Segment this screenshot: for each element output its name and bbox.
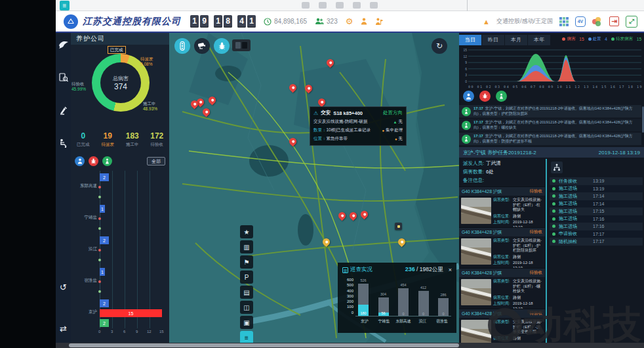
bird-logo-icon[interactable] <box>58 39 69 50</box>
defect-photo[interactable] <box>461 198 491 224</box>
status-badge: 待验收 <box>530 270 543 276</box>
timeline-item[interactable]: 任务接收13:19 <box>550 177 643 185</box>
timeline-item[interactable]: 申请验收17:17 <box>550 230 643 238</box>
filter-defect-button[interactable] <box>89 156 98 166</box>
bar-blue[interactable]: 2 <box>100 299 109 307</box>
timeline-item[interactable]: 随机抽检17:17 <box>550 238 643 246</box>
person-icon[interactable] <box>361 18 367 25</box>
right-panel: 当日 昨日 本月 本年 病害 15 处置 4 待发病害 15 <box>459 33 644 343</box>
timeline-item[interactable]: 施工进场17:16 <box>550 215 643 223</box>
defect-card[interactable]: G40 K384+428 沪陕待验收 病害类型:交安及沿线设施-护栏（E杆）-护… <box>459 227 545 268</box>
warning-icon: ▲ <box>483 18 490 26</box>
patrol-search-icon[interactable] <box>58 72 69 83</box>
history-playback-button[interactable]: ↻ <box>432 38 447 54</box>
camera-marker[interactable] <box>395 223 402 230</box>
timeline-item[interactable]: 施工进场17:14 <box>550 200 643 208</box>
flow-tree-icon[interactable] <box>551 162 563 173</box>
maintenance-hand-icon[interactable] <box>58 105 69 116</box>
bar-category-label: 东部高速 <box>71 183 97 189</box>
palette-icon[interactable] <box>592 17 603 26</box>
person-flag-icon[interactable] <box>375 18 383 26</box>
4v-badge-icon[interactable]: 4V <box>575 16 586 27</box>
bug-defect-button[interactable] <box>214 38 230 54</box>
filter-person-button[interactable] <box>75 156 85 166</box>
map-menu-button[interactable]: ≡ <box>240 331 253 343</box>
popup-bar[interactable]: 454 0 <box>395 278 411 316</box>
tab-yesterday[interactable]: 昨日 <box>482 35 504 45</box>
triangle-icon: ▲ <box>393 120 397 124</box>
bottom-scrollbar-thumb[interactable] <box>69 343 459 347</box>
clock-dot-icon: ● <box>382 129 384 133</box>
svg-text:12: 12 <box>463 54 467 58</box>
filter-worker-button[interactable] <box>102 156 112 166</box>
gear-icon[interactable]: ⚙ <box>346 16 353 26</box>
cctv-camera-button[interactable] <box>194 38 210 54</box>
popup-bar[interactable]: 286 0 <box>435 278 451 316</box>
timeline-item[interactable]: 施工进场13:19 <box>550 185 643 193</box>
timeline-item[interactable]: 施工进场17:15 <box>550 207 643 215</box>
popup-title: 巡查实况 <box>350 266 372 274</box>
bar-blue[interactable]: 1 <box>100 268 105 276</box>
apps-grid-icon[interactable] <box>559 17 569 26</box>
grid-tool-icon[interactable]: ▣ <box>240 316 253 329</box>
defect-photo[interactable] <box>461 279 491 305</box>
map-layer-toggle[interactable] <box>232 39 251 51</box>
tab-month[interactable]: 本月 <box>505 35 527 45</box>
popup-total-km: 1982公里 <box>420 266 443 272</box>
defect-card[interactable]: G40 K384+428 沪陕待验收 病害类型:交安及沿线设施-护栏（E杆）-波… <box>459 309 545 343</box>
popup-bar[interactable]: 304 56 <box>376 278 392 316</box>
parking-tool-icon[interactable]: P <box>240 271 253 284</box>
defect-card-list: G40 K384+428 沪陕待验收 病害类型:交安及沿线设施-护栏（E杆）-柱… <box>459 186 545 343</box>
bar-red-zero-dot <box>98 217 101 220</box>
barchart-tool-icon[interactable]: ▥ <box>240 240 253 253</box>
timeline-item[interactable]: 施工进场17:16 <box>550 223 643 230</box>
defect-photo[interactable] <box>461 238 491 265</box>
worker-filter-button[interactable] <box>496 91 507 102</box>
patrol-bar-chart: 600500400 300200100 0 526 180 304 56 <box>342 277 452 328</box>
undo-icon[interactable]: ↺ <box>60 282 67 292</box>
bar-green-zero-dot <box>98 290 101 293</box>
swap-icon[interactable]: ⇄ <box>60 324 67 334</box>
map-canvas[interactable]: ↻ ★ ▥ ⚑ P ▤ ◫ ▣ ≡ <box>169 33 459 343</box>
company-bar-chart: 东部高速 2 宁靖盐 1 沿江 2 宿淮 <box>71 171 169 335</box>
all-filter-button[interactable]: 全部 <box>147 157 165 165</box>
svg-text:3: 3 <box>465 73 467 77</box>
person-filter-button[interactable] <box>463 91 474 102</box>
left-panel: 养护公司 总病害 374 已完成 待派发5.08% 施工中48.93% 待验收4… <box>71 33 169 343</box>
tab-today[interactable]: 当日 <box>459 35 481 45</box>
service-tool-icon[interactable]: ◫ <box>240 301 253 314</box>
flag-tool-icon[interactable]: ⚑ <box>240 255 253 269</box>
hamburger-menu-icon[interactable]: ≡ <box>60 1 70 11</box>
bar-red[interactable]: 15 <box>100 309 162 317</box>
bar-green[interactable]: 2 <box>100 319 109 327</box>
tab-year[interactable]: 本年 <box>528 35 550 45</box>
worker-cart-icon[interactable] <box>58 138 69 148</box>
patrol-popup: ▥ 巡查实况 236 / 1982公里 × 600500400 30020010… <box>338 263 456 333</box>
report-tool-icon[interactable]: ▤ <box>240 286 253 299</box>
popup-bar[interactable]: 412 0 <box>416 278 432 316</box>
defect-card[interactable]: G40 K384+428 沪陕待验收 病害类型:交安及沿线设施-护栏（E杆）-柱… <box>459 186 545 227</box>
toolbar-ghost-icons <box>302 2 378 9</box>
defect-card[interactable]: G40 K384+428 沪陕待验收 病害类型:交安及沿线设施-护栏（E杆）-螺… <box>459 268 545 309</box>
bar-blue[interactable]: 2 <box>100 173 109 181</box>
notification-item[interactable]: 17:17京沪-宁镇，刘斌正在对养护任务20191218-2申请验收。病害地点G… <box>459 105 641 118</box>
user-breadcrumb[interactable]: 交通控股/感动/王定国 <box>496 17 553 26</box>
favorite-tool-icon[interactable]: ★ <box>240 225 253 238</box>
notification-item[interactable]: 17:17京沪-宁镇，刘斌正在对养护任务20191218-2申请验收。病害地点G… <box>459 133 641 145</box>
bar-green-zero-dot <box>98 259 101 261</box>
tooltip-defect-name: 交安及沿线设施-防眩网-破损 <box>313 119 367 125</box>
popup-bar[interactable]: 526 180 <box>355 278 371 316</box>
bar-blue[interactable]: 2 <box>100 236 109 244</box>
bar-category-label: 沿江 <box>71 246 97 252</box>
logout-icon[interactable]: ⇥ <box>609 16 619 26</box>
popup-close-icon[interactable]: × <box>449 267 452 273</box>
traffic-light-button[interactable] <box>174 38 190 54</box>
fullscreen-icon[interactable]: ⤢ <box>626 16 637 28</box>
callout-working: 施工中48.93% <box>143 101 157 112</box>
notification-item[interactable]: 17:17京沪-宁镇，刘斌正在对养护任务20191218-2申请验收。病害地点G… <box>459 119 641 131</box>
timeline-item[interactable]: 施工进场17:14 <box>550 192 643 200</box>
popup-chart-icon: ▥ <box>342 267 348 273</box>
defect-filter-button[interactable] <box>479 91 491 102</box>
bar-blue[interactable]: 1 <box>100 205 105 213</box>
defect-photo[interactable] <box>461 320 491 343</box>
